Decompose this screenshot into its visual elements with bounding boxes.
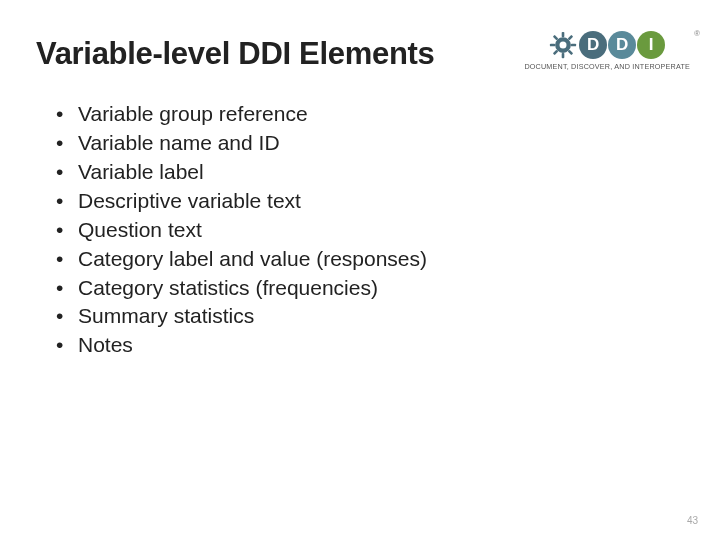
page-number: 43 bbox=[687, 515, 698, 526]
svg-rect-1 bbox=[562, 32, 565, 37]
svg-rect-2 bbox=[562, 53, 565, 58]
gear-icon bbox=[549, 31, 577, 59]
list-item: Descriptive variable text bbox=[56, 187, 684, 215]
bullet-list: Variable group reference Variable name a… bbox=[56, 100, 684, 359]
registered-icon: ® bbox=[694, 29, 700, 38]
slide: Variable-level DDI Elements bbox=[0, 0, 720, 540]
list-item: Notes bbox=[56, 331, 684, 359]
ddi-circles: D D I bbox=[579, 31, 665, 59]
ddi-logo: D D I ® DOCUMENT, DISCOVER, AND INTEROPE… bbox=[524, 31, 690, 71]
list-item: Category label and value (responses) bbox=[56, 245, 684, 273]
list-item: Variable label bbox=[56, 158, 684, 186]
slide-title: Variable-level DDI Elements bbox=[36, 36, 524, 72]
logo-letter-d1: D bbox=[579, 31, 607, 59]
logo-letter-d2: D bbox=[608, 31, 636, 59]
list-item: Summary statistics bbox=[56, 302, 684, 330]
svg-rect-4 bbox=[571, 44, 576, 47]
logo-tagline: DOCUMENT, DISCOVER, AND INTEROPERATE bbox=[524, 62, 690, 71]
logo-letter-i: I bbox=[637, 31, 665, 59]
svg-point-9 bbox=[560, 42, 567, 49]
list-item: Variable name and ID bbox=[56, 129, 684, 157]
content: Variable group reference Variable name a… bbox=[36, 100, 684, 359]
logo-main: D D I ® bbox=[549, 31, 665, 59]
list-item: Question text bbox=[56, 216, 684, 244]
list-item: Category statistics (frequencies) bbox=[56, 274, 684, 302]
header: Variable-level DDI Elements bbox=[36, 36, 684, 72]
svg-rect-3 bbox=[550, 44, 555, 47]
list-item: Variable group reference bbox=[56, 100, 684, 128]
